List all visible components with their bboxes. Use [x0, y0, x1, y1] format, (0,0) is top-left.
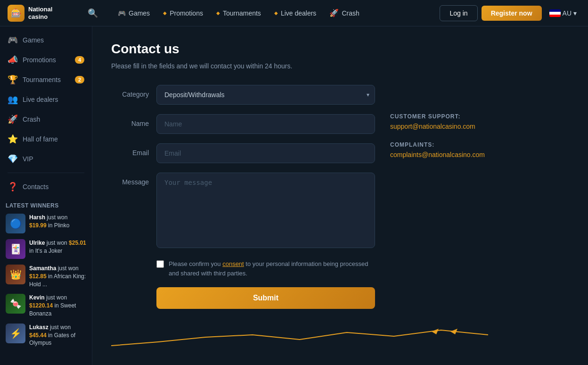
nav-crash[interactable]: 🚀 Crash	[324, 5, 365, 21]
winner-avatar: 👑	[6, 265, 25, 284]
sidebar-item-promotions[interactable]: 📣 Promotions 4	[0, 50, 92, 70]
live-dealers-icon: 👥	[8, 94, 18, 105]
winner-text: Harsh just won $19.99 in Plinko	[29, 214, 86, 230]
complaints-label: COMPLAINTS:	[390, 141, 485, 148]
flag-icon	[549, 9, 561, 17]
crash-chart	[111, 328, 488, 347]
language-selector[interactable]: AU ▾	[546, 7, 580, 20]
page-subtitle: Please fill in the fields and we will co…	[111, 62, 569, 70]
form-row-category: Category Deposit/Withdrawals Technical S…	[111, 85, 375, 105]
winner-item: ⚡ Lukasz just won $45.44 in Gates of Oly…	[6, 324, 86, 347]
name-input[interactable]	[156, 114, 375, 134]
winner-item: 🍬 Kevin just won $1220.14 in Sweet Bonan…	[6, 294, 86, 317]
diamond-icon: ◆	[216, 10, 220, 16]
form-row-message: Message	[111, 173, 375, 250]
logo-icon: 🎰	[8, 5, 24, 22]
submit-button[interactable]: Submit	[156, 287, 375, 309]
consent-link[interactable]: consent	[222, 260, 244, 267]
main-nav: 🎮 Games ◆ Promotions ◆ Tournaments ◆ Liv…	[112, 5, 428, 21]
select-wrapper: Deposit/Withdrawals Technical Support Ac…	[156, 85, 375, 105]
winner-avatar: 🃏	[6, 239, 25, 259]
sidebar-label: Contacts	[23, 183, 49, 191]
vip-icon: 💎	[8, 154, 18, 164]
nav-games[interactable]: 🎮 Games	[112, 6, 155, 21]
promotions-icon: 📣	[8, 55, 18, 65]
sidebar-divider	[8, 173, 84, 173]
customer-support-label: CUSTOMER SUPPORT:	[390, 113, 485, 120]
sidebar-item-crash[interactable]: 🚀 Crash	[0, 109, 92, 129]
hall-of-fame-icon: ⭐	[8, 134, 18, 144]
svg-marker-0	[432, 329, 439, 334]
diamond-icon: ◆	[274, 10, 278, 16]
form-row-email: Email	[111, 143, 375, 163]
winner-item: 🔵 Harsh just won $19.99 in Plinko	[6, 214, 86, 233]
layout: 🎮 Games 📣 Promotions 4 🏆 Tournaments 2 👥…	[0, 26, 588, 365]
sidebar-label: Tournaments	[23, 76, 61, 83]
contacts-icon: ❓	[8, 182, 18, 192]
winner-text: Kevin just won $1220.14 in Sweet Bonanza	[29, 294, 86, 317]
rocket-icon: 🚀	[329, 8, 339, 17]
tournaments-badge: 2	[75, 76, 84, 83]
winner-item: 🃏 Ulrike just won $25.01 in It's a Joker	[6, 239, 86, 259]
sidebar-item-hall-of-fame[interactable]: ⭐ Hall of fame	[0, 129, 92, 149]
sidebar-label: Promotions	[23, 56, 56, 64]
sidebar-item-games[interactable]: 🎮 Games	[0, 30, 92, 50]
winner-text: Lukasz just won $45.44 in Gates of Olymp…	[29, 324, 86, 347]
customer-support-email[interactable]: support@nationalcasino.com	[390, 123, 485, 130]
latest-winners-title: Latest winners	[6, 202, 86, 209]
winner-text: Samantha just won $12.85 in African King…	[29, 265, 86, 288]
sidebar-label: Crash	[23, 116, 40, 123]
winner-avatar: ⚡	[6, 324, 25, 343]
sidebar-label: Games	[23, 36, 44, 44]
search-button[interactable]: 🔍	[85, 5, 101, 21]
sidebar-item-vip[interactable]: 💎 VIP	[0, 149, 92, 169]
latest-winners-section: Latest winners 🔵 Harsh just won $19.99 i…	[0, 197, 92, 353]
games-icon: 🎮	[8, 35, 18, 45]
category-select[interactable]: Deposit/Withdrawals Technical Support Ac…	[156, 85, 375, 105]
message-label: Message	[111, 173, 149, 186]
consent-row: Please confirm you consent to your perso…	[156, 259, 375, 278]
email-label: Email	[111, 143, 149, 157]
consent-checkbox[interactable]	[156, 260, 164, 268]
logo-text: National casino	[28, 6, 52, 20]
diamond-icon: ◆	[163, 10, 167, 16]
complaints-email[interactable]: complaints@nationalcasino.com	[390, 151, 485, 158]
register-button[interactable]: Register now	[482, 6, 542, 21]
header-actions: Log in Register now AU ▾	[440, 5, 580, 21]
chart-decoration	[111, 328, 569, 347]
nav-promotions[interactable]: ◆ Promotions	[157, 6, 209, 21]
games-icon: 🎮	[118, 9, 126, 17]
sidebar-item-tournaments[interactable]: 🏆 Tournaments 2	[0, 70, 92, 90]
sidebar-item-live-dealers[interactable]: 👥 Live dealers	[0, 90, 92, 109]
nav-tournaments[interactable]: ◆ Tournaments	[211, 6, 267, 21]
message-textarea[interactable]	[156, 173, 375, 248]
content-wrapper: Category Deposit/Withdrawals Technical S…	[111, 85, 569, 309]
name-field	[156, 114, 375, 134]
support-info: CUSTOMER SUPPORT: support@nationalcasino…	[390, 85, 485, 170]
header: 🎰 National casino 🔍 🎮 Games ◆ Promotions…	[0, 0, 588, 26]
crash-icon: 🚀	[8, 114, 18, 124]
nav-live-dealers[interactable]: ◆ Live dealers	[269, 6, 322, 21]
email-input[interactable]	[156, 143, 375, 163]
promotions-badge: 4	[75, 56, 84, 64]
main-content: Contact us Please fill in the fields and…	[92, 26, 588, 365]
sidebar-item-contacts[interactable]: ❓ Contacts	[0, 177, 92, 197]
tournaments-icon: 🏆	[8, 75, 18, 85]
consent-text: Please confirm you consent to your perso…	[169, 259, 375, 278]
message-field	[156, 173, 375, 250]
sidebar: 🎮 Games 📣 Promotions 4 🏆 Tournaments 2 👥…	[0, 26, 92, 365]
page-title: Contact us	[111, 41, 569, 57]
contact-form: Category Deposit/Withdrawals Technical S…	[111, 85, 375, 309]
chevron-down-icon: ▾	[573, 9, 577, 17]
sidebar-label: Hall of fame	[23, 135, 58, 143]
submit-row: Submit	[156, 287, 375, 309]
login-button[interactable]: Log in	[440, 5, 477, 21]
category-field: Deposit/Withdrawals Technical Support Ac…	[156, 85, 375, 105]
form-row-name: Name	[111, 114, 375, 134]
name-label: Name	[111, 114, 149, 127]
logo[interactable]: 🎰 National casino	[8, 5, 74, 22]
winner-avatar: 🔵	[6, 214, 25, 233]
winner-avatar: 🍬	[6, 294, 25, 314]
email-field	[156, 143, 375, 163]
sidebar-label: VIP	[23, 155, 33, 163]
